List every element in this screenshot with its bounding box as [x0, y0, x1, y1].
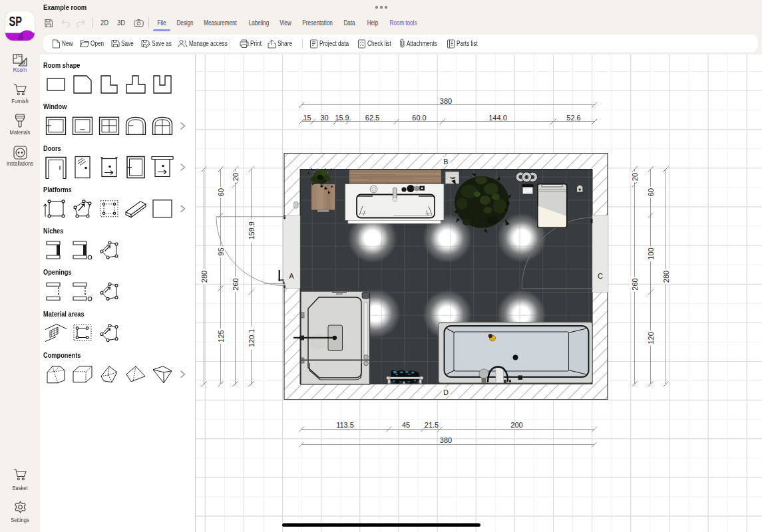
svg-text:60: 60: [647, 188, 655, 196]
svg-text:144.0: 144.0: [488, 114, 507, 122]
svg-text:30: 30: [320, 114, 328, 122]
svg-text:280: 280: [662, 271, 670, 283]
svg-text:380: 380: [440, 97, 452, 105]
svg-text:15.9: 15.9: [335, 114, 349, 122]
svg-text:280: 280: [200, 271, 208, 283]
svg-text:380: 380: [440, 436, 452, 444]
svg-text:20: 20: [232, 173, 240, 181]
svg-text:15: 15: [303, 114, 311, 122]
svg-text:21.5: 21.5: [425, 421, 439, 429]
svg-text:159.9: 159.9: [248, 221, 256, 240]
svg-text:260: 260: [232, 278, 240, 290]
svg-text:95: 95: [217, 247, 225, 255]
svg-text:200: 200: [510, 421, 522, 429]
svg-text:B: B: [443, 158, 448, 166]
svg-text:45: 45: [402, 421, 410, 429]
svg-text:120.1: 120.1: [248, 329, 256, 348]
svg-text:52.6: 52.6: [566, 114, 580, 122]
svg-text:C: C: [598, 272, 603, 280]
svg-text:60: 60: [217, 188, 225, 196]
svg-text:100: 100: [647, 247, 655, 259]
svg-text:120: 120: [647, 332, 655, 344]
svg-text:260: 260: [631, 278, 639, 290]
svg-text:125: 125: [217, 330, 225, 342]
svg-text:113.5: 113.5: [336, 421, 354, 429]
svg-text:60.0: 60.0: [412, 114, 426, 122]
svg-text:A: A: [289, 272, 294, 280]
svg-text:62.5: 62.5: [365, 114, 379, 122]
svg-text:20: 20: [631, 173, 639, 181]
svg-text:SP: SP: [9, 14, 23, 29]
svg-text:D: D: [443, 388, 449, 396]
